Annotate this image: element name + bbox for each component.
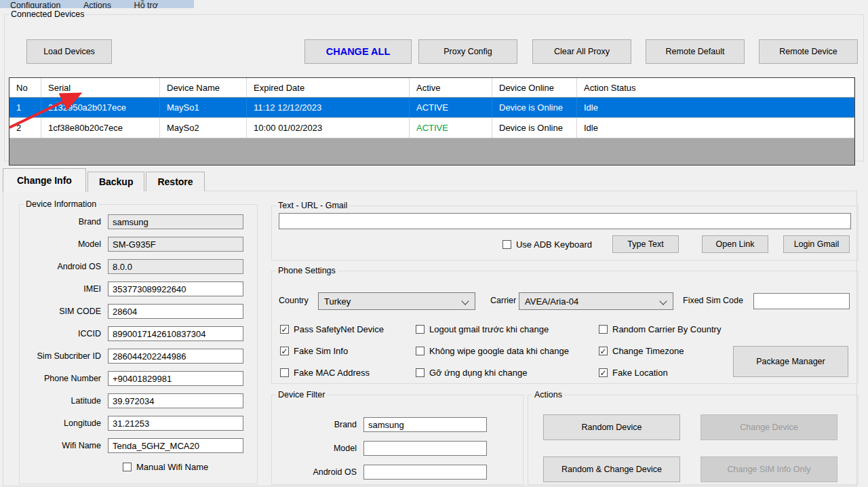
pass-safetynet-label: Pass SafetyNet Device (294, 324, 384, 334)
table-row[interactable]: 2 1cf38e80b20c7ece MaySo2 10:00 01/02/20… (9, 118, 854, 138)
change-timezone-label: Change Timezone (612, 346, 684, 356)
pass-safetynet-checkbox[interactable]: Pass SafetyNet Device (280, 324, 384, 334)
model-field[interactable] (108, 237, 243, 252)
open-link-button[interactable]: Open Link (702, 235, 768, 253)
change-all-button[interactable]: CHANGE ALL (304, 39, 412, 64)
remote-device-button[interactable]: Remote Device (759, 39, 858, 64)
field-phone-number: Phone Number (20, 371, 250, 386)
text-url-gmail-group: Text - URL - Gmail Use ADB Keyboard Type… (271, 201, 859, 260)
fixed-sim-code-field[interactable] (753, 293, 850, 309)
longitude-field[interactable] (108, 416, 243, 431)
latitude-field[interactable] (108, 393, 243, 408)
text-url-gmail-title: Text - URL - Gmail (276, 201, 349, 210)
change-device-button[interactable]: Change Device (701, 414, 837, 440)
filter-brand-field[interactable] (363, 417, 487, 432)
menu-actions[interactable]: Actions (73, 0, 121, 8)
device-table: No Serial Device Name Expired Date Activ… (9, 77, 855, 165)
change-sim-info-only-button[interactable]: Change SIM Info Only (701, 456, 837, 482)
tab-backup[interactable]: Backup (87, 172, 145, 191)
wifi-name-field[interactable] (108, 438, 243, 453)
col-device-name[interactable]: Device Name (160, 78, 247, 97)
imei-label: IMEI (20, 284, 108, 294)
cell-action-status: Idle (577, 118, 854, 138)
use-adb-keyboard-checkbox[interactable]: Use ADB Keyboard (502, 239, 592, 250)
cell-expired-date: 10:00 01/02/2023 (247, 118, 410, 138)
actions-title: Actions (532, 390, 564, 400)
load-devices-button[interactable]: Load Devices (26, 39, 112, 64)
cell-device-name: MaySo1 (160, 98, 247, 117)
col-no[interactable]: No (9, 78, 41, 97)
imei-field[interactable] (108, 281, 243, 296)
app-window: Configuration Actions Hỗ trợ Connected D… (0, 0, 868, 487)
fake-location-checkbox[interactable]: Fake Location (599, 368, 668, 378)
field-iccid: ICCID (20, 326, 250, 341)
carrier-label: Carrier (490, 296, 516, 305)
checkbox-box (280, 368, 289, 377)
text-url-gmail-input[interactable] (279, 213, 851, 229)
khong-wipe-google-data-checkbox[interactable]: Không wipe google data khi change (416, 346, 569, 356)
model-label: Model (20, 239, 108, 249)
sim-code-field[interactable] (108, 304, 243, 319)
phone-number-label: Phone Number (20, 374, 108, 383)
random-device-button[interactable]: Random Device (543, 414, 680, 440)
cell-no: 2 (9, 118, 41, 138)
sim-subcriber-id-field[interactable] (108, 349, 243, 364)
col-expired-date[interactable]: Expired Date (247, 78, 410, 97)
android-os-field[interactable] (108, 259, 243, 274)
random-carrier-by-country-checkbox[interactable]: Random Carrier By Country (599, 324, 721, 334)
phone-number-field[interactable] (108, 371, 243, 386)
change-timezone-checkbox[interactable]: Change Timezone (599, 346, 684, 356)
type-text-button[interactable]: Type Text (612, 235, 679, 253)
checkbox-box (599, 347, 608, 355)
filter-android-os-field[interactable] (363, 465, 487, 480)
phone-settings-group: Phone Settings Country Turkey Carrier AV… (271, 266, 859, 384)
device-information-title: Device Information (24, 199, 98, 209)
cell-device-online: Device is Online (492, 118, 577, 138)
carrier-select[interactable]: AVEA/Aria-04 (519, 292, 673, 310)
package-manager-button[interactable]: Package Manager (733, 346, 848, 377)
country-select[interactable]: Turkey (318, 292, 475, 310)
logout-gmail-checkbox[interactable]: Logout gmail trước khi change (416, 324, 549, 334)
tab-restore[interactable]: Restore (146, 172, 204, 191)
tab-change-info[interactable]: Change Info (3, 168, 86, 192)
fixed-sim-code-label: Fixed Sim Code (683, 296, 743, 305)
checkbox-box (599, 368, 608, 377)
field-wifi-name: Wifi Name (20, 438, 250, 453)
col-active[interactable]: Active (410, 78, 492, 97)
cell-expired-date: 11:12 12/12/2023 (247, 98, 410, 117)
fake-mac-address-checkbox[interactable]: Fake MAC Address (280, 368, 370, 378)
col-serial[interactable]: Serial (41, 78, 160, 97)
checkbox-box (416, 368, 425, 377)
col-action-status[interactable]: Action Status (577, 78, 854, 97)
checkbox-box (502, 240, 511, 249)
cell-device-name: MaySo2 (160, 118, 247, 138)
clear-all-proxy-button[interactable]: Clear All Proxy (532, 39, 631, 64)
use-adb-keyboard-label: Use ADB Keyboard (516, 239, 592, 250)
filter-model-field[interactable] (363, 441, 487, 456)
menu-configuration[interactable]: Configuration (0, 0, 71, 8)
table-row[interactable]: 1 2132950a2b017ece MaySo1 11:12 12/12/20… (9, 98, 854, 118)
checkbox-box (280, 347, 289, 355)
random-and-change-device-button[interactable]: Random & Change Device (543, 456, 680, 482)
col-device-online[interactable]: Device Online (492, 78, 577, 97)
brand-field[interactable] (108, 214, 243, 229)
wifi-name-label: Wifi Name (20, 441, 108, 450)
menu-ho-tro[interactable]: Hỗ trợ (124, 0, 168, 8)
field-model: Model (20, 237, 250, 252)
cell-device-online: Device is Online (492, 98, 577, 117)
iccid-field[interactable] (108, 326, 243, 341)
field-imei: IMEI (20, 281, 250, 296)
connected-devices-title: Connected Devices (9, 9, 86, 19)
fake-sim-info-checkbox[interactable]: Fake Sim Info (280, 346, 348, 356)
field-longitude: Longitude (20, 416, 250, 431)
remote-default-button[interactable]: Remote Default (646, 39, 745, 64)
go-ung-dung-checkbox[interactable]: Gỡ ứng dụng khi change (416, 368, 527, 378)
manual-wifi-name-checkbox[interactable]: Manual Wifi Name (123, 462, 250, 472)
proxy-config-button[interactable]: Proxy Config (418, 39, 517, 64)
field-sim-code: SIM CODE (20, 304, 250, 319)
cell-active: ACTIVE (410, 98, 492, 117)
cell-no: 1 (9, 98, 41, 117)
field-brand: Brand (20, 214, 250, 229)
login-gmail-button[interactable]: Login Gmail (783, 235, 850, 253)
cell-serial: 1cf38e80b20c7ece (41, 118, 160, 138)
